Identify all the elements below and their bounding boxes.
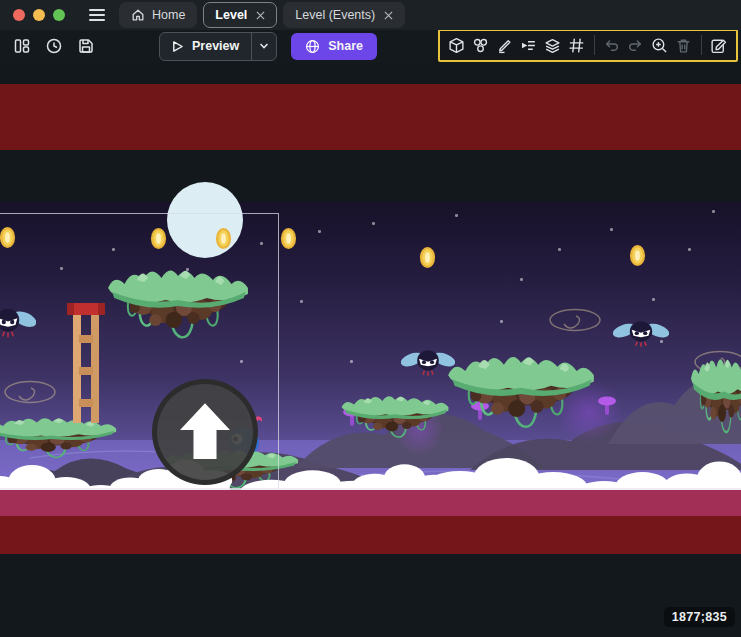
- project-panels-button[interactable]: [10, 34, 34, 58]
- star: [372, 222, 375, 225]
- glow-mushroom[interactable]: [597, 393, 617, 417]
- up-arrow-button[interactable]: [152, 379, 258, 485]
- tab-level-events[interactable]: Level (Events): [283, 2, 405, 28]
- trash-icon: [675, 37, 692, 54]
- coin[interactable]: [150, 227, 167, 250]
- share-label: Share: [328, 39, 363, 53]
- star: [652, 298, 655, 301]
- edit-events-icon: [710, 37, 727, 54]
- object-groups-button[interactable]: [469, 33, 493, 57]
- cursor-coordinates-badge: 1877;835: [664, 607, 735, 627]
- play-icon: [171, 40, 184, 53]
- toolbar-separator: [594, 35, 595, 55]
- star: [240, 360, 243, 363]
- globe-icon: [305, 39, 320, 54]
- home-icon: [131, 8, 145, 22]
- save-button[interactable]: [74, 34, 98, 58]
- wind-swirl-decoration[interactable]: [2, 379, 58, 405]
- star: [712, 210, 715, 213]
- coin[interactable]: [0, 226, 16, 249]
- wind-swirl-decoration[interactable]: [547, 307, 603, 333]
- save-icon: [77, 37, 95, 55]
- selection-outline-right: [278, 213, 279, 488]
- edit-events-button[interactable]: [707, 33, 731, 57]
- grid-button[interactable]: [565, 33, 589, 57]
- zoom-in-icon: [651, 37, 668, 54]
- preview-options-button[interactable]: [251, 33, 276, 60]
- toolbar: Preview Share: [0, 30, 741, 62]
- properties-button[interactable]: [493, 33, 517, 57]
- tab-label: Level: [215, 8, 247, 22]
- layers-icon: [544, 37, 561, 54]
- instances-list-icon: [520, 37, 537, 54]
- star: [688, 248, 691, 251]
- instances-list-button[interactable]: [517, 33, 541, 57]
- star: [300, 300, 303, 303]
- bottom-red-band[interactable]: [0, 516, 741, 554]
- preview-label: Preview: [192, 39, 239, 53]
- star: [520, 278, 523, 281]
- island-platform[interactable]: [690, 348, 741, 448]
- coin[interactable]: [215, 227, 232, 250]
- bat-enemy[interactable]: [401, 347, 455, 379]
- undo-button[interactable]: [600, 33, 624, 57]
- ladder[interactable]: [66, 303, 106, 423]
- objects-panel-button[interactable]: [445, 33, 469, 57]
- redo-button[interactable]: [624, 33, 648, 57]
- tab-label: Level (Events): [295, 8, 375, 22]
- close-tab-icon[interactable]: [384, 11, 393, 20]
- close-tab-icon[interactable]: [256, 11, 265, 20]
- chevron-down-icon: [259, 42, 269, 50]
- star: [455, 214, 458, 217]
- highlighted-tool-group: [438, 29, 738, 62]
- selection-outline-top: [0, 213, 278, 214]
- coin[interactable]: [629, 244, 646, 267]
- island-platform[interactable]: [106, 260, 250, 352]
- objects-panel-icon: [448, 37, 465, 54]
- menu-button[interactable]: [89, 9, 105, 21]
- coin[interactable]: [419, 246, 436, 269]
- tab-level[interactable]: Level: [203, 2, 277, 28]
- history-icon: [45, 37, 63, 55]
- share-button[interactable]: Share: [291, 33, 377, 60]
- star: [60, 267, 63, 270]
- crimson-ground-band[interactable]: [0, 490, 741, 516]
- bat-enemy[interactable]: [0, 305, 36, 341]
- bat-enemy[interactable]: [613, 318, 669, 350]
- tab-label: Home: [152, 8, 185, 22]
- toolbar-separator: [701, 35, 702, 55]
- project-panels-icon: [13, 37, 31, 55]
- tab-bar: Home Level Level (Events): [119, 0, 405, 30]
- object-groups-icon: [472, 37, 489, 54]
- redo-icon: [627, 37, 644, 54]
- coin[interactable]: [280, 227, 297, 250]
- titlebar: Home Level Level (Events): [0, 0, 741, 30]
- top-red-band[interactable]: [0, 84, 741, 150]
- island-platform[interactable]: [340, 390, 450, 446]
- layers-button[interactable]: [541, 33, 565, 57]
- island-platform[interactable]: [446, 346, 596, 442]
- maximize-window-button[interactable]: [53, 9, 65, 21]
- undo-icon: [603, 37, 620, 54]
- star: [610, 228, 613, 231]
- star: [260, 242, 263, 245]
- zoom-in-button[interactable]: [648, 33, 672, 57]
- properties-pencil-icon: [496, 37, 513, 54]
- scene-canvas[interactable]: 1877;835: [0, 62, 741, 637]
- close-window-button[interactable]: [13, 9, 25, 21]
- preview-button[interactable]: Preview: [159, 32, 277, 61]
- star: [500, 320, 503, 323]
- hamburger-icon: [89, 9, 105, 11]
- star: [350, 360, 353, 363]
- star: [112, 248, 115, 251]
- grid-icon: [568, 37, 585, 54]
- delete-button[interactable]: [672, 33, 696, 57]
- minimize-window-button[interactable]: [33, 9, 45, 21]
- history-button[interactable]: [42, 34, 66, 58]
- star: [318, 230, 321, 233]
- tab-home[interactable]: Home: [119, 2, 197, 28]
- star: [558, 248, 561, 251]
- app-window: Home Level Level (Events): [0, 0, 741, 637]
